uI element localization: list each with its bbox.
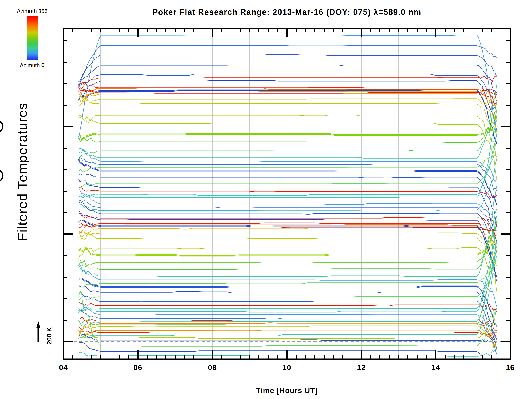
trace-line (79, 116, 497, 198)
trace-line (79, 210, 497, 281)
trace-line (79, 173, 497, 227)
trace-line (79, 348, 497, 356)
trace-line (79, 141, 497, 172)
trace-line (79, 302, 497, 312)
x-tick-label: 10 (282, 363, 291, 372)
trace-line (79, 127, 497, 139)
trace-line (79, 109, 497, 142)
trace-line (79, 134, 497, 198)
x-tick-label: 04 (59, 363, 68, 372)
temperature-traces (79, 35, 497, 377)
trace-line (79, 285, 497, 339)
trace-line (79, 328, 497, 339)
trace-line (79, 98, 497, 124)
trace-line (79, 233, 497, 260)
trace-line (79, 216, 497, 312)
trace-line (79, 115, 497, 179)
trace-line (79, 157, 497, 191)
trace-line (79, 179, 497, 241)
x-tick-label: 06 (133, 363, 142, 372)
trace-line (79, 223, 497, 266)
trace-line (79, 260, 497, 289)
x-tick-label: 12 (357, 363, 366, 372)
x-axis-label: Time [Hours UT] (63, 386, 510, 395)
trace-line (79, 85, 497, 158)
plot-svg (0, 0, 532, 399)
x-tick-label: 16 (506, 363, 515, 372)
trace-line (79, 115, 497, 161)
x-tick-label: 08 (208, 363, 217, 372)
trace-line (79, 187, 497, 198)
clipped-glyph-fragment (0, 121, 3, 181)
trace-line (79, 221, 497, 325)
trace-line (79, 94, 497, 115)
x-tick-label: 14 (431, 363, 440, 372)
plot-page: Poker Flat Research Range: 2013-Mar-16 (… (0, 0, 532, 399)
scale-arrow-icon (36, 321, 40, 342)
trace-line (79, 102, 497, 161)
trace-line (79, 160, 497, 205)
trace-line (79, 96, 497, 132)
trace-line (79, 317, 497, 331)
trace-line (79, 189, 497, 224)
trace-line (79, 128, 497, 140)
trace-line (79, 76, 497, 84)
